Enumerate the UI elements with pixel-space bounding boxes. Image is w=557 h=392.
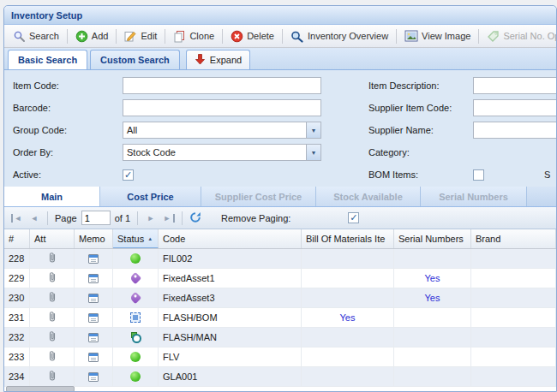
bom-cell[interactable] <box>302 269 394 288</box>
next-page-button[interactable]: ► <box>143 211 159 226</box>
active-checkbox[interactable] <box>123 169 134 181</box>
attachment-cell[interactable] <box>30 249 75 268</box>
tab-custom-search[interactable]: Custom Search <box>90 50 180 69</box>
table-row[interactable]: 230 FixedAsset3 Yes <box>4 288 556 308</box>
barcode-input[interactable] <box>123 99 321 116</box>
attachment-cell[interactable] <box>30 288 75 307</box>
memo-cell[interactable] <box>75 269 113 288</box>
attachment-cell[interactable] <box>30 347 75 366</box>
supplier-item-code-label: Supplier Item Code: <box>368 103 476 113</box>
table-row[interactable]: 232 FLASH/MAN <box>4 328 556 347</box>
column-header-bom[interactable]: Bill Of Materials Ite <box>302 229 394 248</box>
memo-cell[interactable] <box>75 308 113 327</box>
memo-cell[interactable] <box>75 249 113 268</box>
serial-cell[interactable] <box>394 367 471 386</box>
table-row[interactable]: 233 FLV <box>4 347 556 367</box>
item-code-input[interactable] <box>123 77 321 94</box>
delete-button[interactable]: Delete <box>225 27 279 45</box>
memo-cell[interactable] <box>75 347 113 366</box>
serial-cell[interactable]: Yes <box>394 269 471 288</box>
search-button-label: Search <box>29 31 59 41</box>
toolbar-separator <box>116 29 117 44</box>
group-code-select[interactable]: All ▼ <box>123 122 321 139</box>
tab-stock-available[interactable]: Stock Available <box>316 187 421 206</box>
serial-number-operations-button[interactable]: Serial No. Op <box>482 27 556 45</box>
bom-items-checkbox[interactable] <box>473 169 484 181</box>
view-image-button[interactable]: View Image <box>399 27 476 45</box>
column-header-number[interactable]: # <box>4 229 30 248</box>
memo-cell[interactable] <box>75 288 113 307</box>
serial-cell[interactable] <box>394 249 471 268</box>
clone-button[interactable]: Clone <box>168 27 219 45</box>
inventory-overview-button[interactable]: Inventory Overview <box>285 27 393 45</box>
last-page-icon: ► <box>164 214 175 223</box>
attachment-cell[interactable] <box>30 269 75 288</box>
tab-supplier-cost-price[interactable]: Supplier Cost Price <box>201 187 316 206</box>
paperclip-icon <box>47 291 57 305</box>
memo-cell[interactable] <box>75 367 113 386</box>
table-row[interactable]: 228 FIL002 <box>4 249 556 269</box>
column-header-memo[interactable]: Memo <box>75 229 113 248</box>
order-by-value: Stock Code <box>127 147 176 157</box>
search-button[interactable]: Search <box>8 27 64 45</box>
serial-cell[interactable] <box>394 347 471 366</box>
status-cell <box>113 288 159 307</box>
bom-cell[interactable] <box>302 328 394 347</box>
search-icon <box>13 30 26 43</box>
supplier-name-input[interactable] <box>473 122 557 139</box>
tab-basic-search-label: Basic Search <box>18 55 77 65</box>
tab-custom-search-label: Custom Search <box>100 55 170 65</box>
attachment-cell[interactable] <box>30 367 75 386</box>
prev-page-button[interactable]: ◄ <box>27 211 42 226</box>
expand-button[interactable]: Expand <box>186 50 250 69</box>
memo-icon <box>88 254 99 264</box>
first-page-icon: ◄ <box>11 214 22 223</box>
add-button-label: Add <box>92 31 109 41</box>
serial-number-icon <box>487 30 500 43</box>
serial-cell[interactable] <box>394 328 471 347</box>
remove-paging-checkbox[interactable] <box>348 212 359 223</box>
first-page-button[interactable]: ◄ <box>9 211 24 226</box>
chevron-down-icon[interactable]: ▼ <box>306 145 320 160</box>
bom-cell[interactable] <box>302 249 394 268</box>
memo-cell[interactable] <box>75 328 113 347</box>
supplier-item-code-input[interactable] <box>473 99 557 116</box>
edit-button[interactable]: Edit <box>119 27 162 45</box>
code-cell: GLA001 <box>159 367 302 386</box>
tab-cost-price[interactable]: Cost Price <box>100 187 201 206</box>
order-by-select[interactable]: Stock Code ▼ <box>123 144 321 161</box>
status-cell <box>113 328 159 347</box>
item-description-input[interactable] <box>473 77 557 94</box>
last-page-button[interactable]: ► <box>161 211 177 226</box>
toolbar-separator <box>222 29 223 44</box>
chevron-down-icon[interactable]: ▼ <box>306 122 320 138</box>
attachment-cell[interactable] <box>30 328 75 347</box>
delete-icon <box>231 30 243 43</box>
column-header-code[interactable]: Code <box>159 229 302 248</box>
serial-cell[interactable]: Yes <box>394 288 471 307</box>
bom-cell[interactable] <box>302 288 394 307</box>
attachment-cell[interactable] <box>30 308 75 327</box>
table-row[interactable]: 229 FixedAsset1 Yes <box>4 269 556 288</box>
tab-main[interactable]: Main <box>4 187 100 206</box>
tab-basic-search[interactable]: Basic Search <box>8 50 87 69</box>
refresh-button[interactable] <box>188 211 203 226</box>
window-titlebar[interactable]: Inventory Setup <box>4 6 556 25</box>
column-header-label: Code <box>163 234 185 244</box>
serial-cell[interactable] <box>394 308 471 327</box>
column-header-att[interactable]: Att <box>30 229 75 248</box>
column-header-brand[interactable]: Brand <box>471 229 556 248</box>
bom-cell[interactable] <box>302 347 394 366</box>
prev-page-icon: ◄ <box>31 214 39 223</box>
table-row[interactable]: 231 FLASH/BOM Yes <box>4 308 556 328</box>
column-header-status[interactable]: Status▲ <box>113 229 159 248</box>
tab-serial-numbers[interactable]: Serial Numbers <box>421 187 527 206</box>
table-row[interactable]: 234 GLA001 <box>4 367 556 387</box>
column-header-label: Status <box>117 234 144 244</box>
page-number-input[interactable] <box>81 211 111 225</box>
horizontal-scrollbar-thumb[interactable] <box>6 386 75 392</box>
bom-cell[interactable]: Yes <box>302 308 394 327</box>
bom-cell[interactable] <box>302 367 394 386</box>
add-button[interactable]: Add <box>70 27 114 45</box>
column-header-serial-numbers[interactable]: Serial Numbers <box>394 229 471 248</box>
